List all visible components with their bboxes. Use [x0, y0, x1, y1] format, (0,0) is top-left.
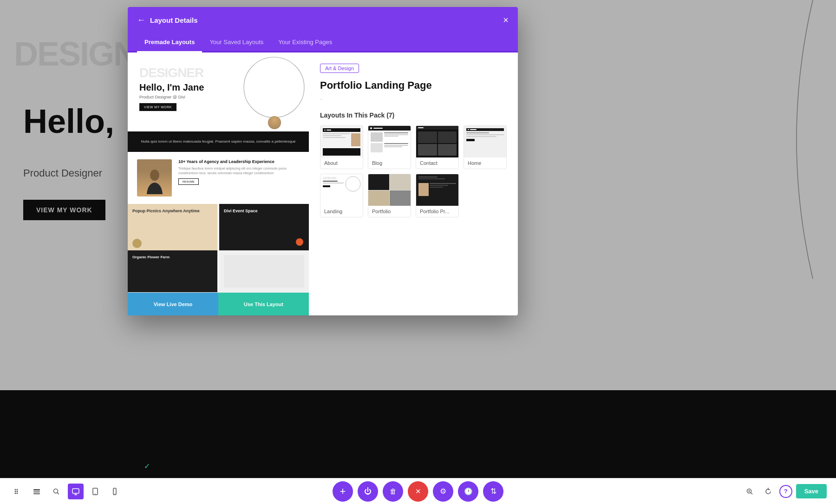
power-btn[interactable]: ⏻	[358, 481, 378, 502]
refresh-icon	[764, 488, 772, 495]
use-this-layout-btn[interactable]: Use This Layout	[218, 293, 309, 315]
toolbar-left	[9, 484, 123, 499]
tablet-btn[interactable]	[87, 484, 103, 499]
thumbnail-landing-img: DESIGNER	[320, 174, 363, 206]
thumbnail-landing[interactable]: DESIGNER Landing	[320, 174, 363, 217]
zoom-icon-btn[interactable]	[742, 484, 757, 499]
preview-view-btn: VIEW MY WORK	[139, 103, 176, 111]
svg-point-4	[17, 489, 18, 490]
toolbar-right: ? Save	[742, 484, 827, 499]
preview-card-d-img	[224, 255, 304, 288]
toolbar-center: + ⏻ 🗑 ✕ ⚙ 🕐 ⇅	[333, 481, 503, 502]
tab-premade-layouts[interactable]: Premade Layouts	[137, 33, 202, 52]
preview-card-a-text: Popup Picnics Anywhere Anytime	[132, 209, 213, 214]
tab-saved-layouts[interactable]: Your Saved Layouts	[202, 33, 271, 52]
modal-tabs: Premade Layouts Your Saved Layouts Your …	[128, 33, 518, 52]
svg-point-20	[114, 493, 115, 494]
thumbnail-blog[interactable]: Blog	[368, 125, 411, 169]
preview-resume-btn: RESUME	[178, 178, 199, 185]
bottom-toolbar: + ⏻ 🗑 ✕ ⚙ 🕐 ⇅ ? Save	[0, 478, 836, 504]
layout-dot: ·	[320, 94, 507, 104]
phone-btn[interactable]	[107, 484, 123, 499]
layout-title: Portfolio Landing Page	[320, 79, 507, 92]
tab-existing-pages[interactable]: Your Existing Pages	[271, 33, 340, 52]
thumbnail-portfolio[interactable]: Portfolio	[368, 174, 411, 217]
layers-icon	[33, 488, 40, 495]
preview-dark-text: Nulla quis lorem ut libero malesuada feu…	[137, 139, 300, 144]
thumbnail-portfolio-pr[interactable]: Portfolio Pr...	[416, 174, 459, 217]
svg-line-22	[751, 492, 752, 494]
thumbnail-blog-label: Blog	[368, 157, 411, 169]
add-element-btn[interactable]: +	[333, 481, 353, 502]
preview-card-flower: Organic Flower Farm	[128, 250, 217, 292]
person-silhouette	[137, 159, 172, 196]
search-icon	[52, 488, 60, 495]
preview-card-b-text: Divi Event Space	[224, 209, 304, 214]
help-icon-btn[interactable]: ?	[779, 485, 792, 498]
sort-btn[interactable]: ⇅	[483, 481, 503, 502]
preview-dark-section: Nulla quis lorem ut libero malesuada feu…	[128, 131, 309, 152]
svg-point-0	[244, 57, 304, 118]
preview-card-d	[219, 250, 309, 292]
close-modal-btn[interactable]: ✕	[408, 481, 428, 502]
phone-icon	[111, 488, 118, 495]
tablet-icon	[91, 488, 99, 495]
preview-hero-section: DESIGNER Hello, I'm Jane Product Designe…	[128, 52, 309, 131]
settings-btn[interactable]: ⚙	[433, 481, 453, 502]
preview-card-b-dot	[296, 238, 303, 246]
history-btn[interactable]: 🕐	[458, 481, 478, 502]
preview-circle	[242, 55, 307, 120]
svg-rect-11	[33, 493, 40, 494]
preview-panel: DESIGNER Hello, I'm Jane Product Designe…	[128, 52, 309, 315]
modal-header: ← Layout Details ×	[128, 7, 518, 33]
svg-point-3	[15, 489, 16, 490]
view-live-demo-btn[interactable]: View Live Demo	[128, 293, 218, 315]
thumbnail-home[interactable]: Home	[464, 125, 507, 169]
delete-btn[interactable]: 🗑	[383, 481, 403, 502]
svg-point-7	[15, 492, 16, 494]
svg-rect-14	[72, 489, 79, 493]
thumbnail-contact[interactable]: Contact	[416, 125, 459, 169]
preview-section5: Organic Flower Farm	[128, 250, 309, 292]
thumbnail-landing-label: Landing	[320, 206, 363, 217]
svg-line-13	[58, 492, 59, 494]
refresh-icon-btn[interactable]	[761, 484, 776, 499]
thumbnail-about-label: About	[320, 157, 363, 169]
modal-body: DESIGNER Hello, I'm Jane Product Designe…	[128, 52, 518, 315]
search-btn[interactable]	[48, 484, 64, 499]
modal-header-left: ← Layout Details	[137, 15, 198, 25]
close-button[interactable]: ×	[503, 15, 509, 25]
svg-point-18	[95, 493, 96, 494]
svg-point-8	[17, 492, 18, 494]
thumbnail-blog-img	[368, 126, 411, 157]
save-button[interactable]: Save	[796, 484, 827, 498]
thumbnail-contact-img	[416, 126, 458, 157]
preview-section3-heading: 10+ Years of Agency and Leadership Exper…	[178, 159, 300, 164]
svg-point-12	[54, 489, 58, 493]
preview-card-event: Divi Event Space	[219, 204, 309, 250]
preview-scroll[interactable]: DESIGNER Hello, I'm Jane Product Designe…	[128, 52, 309, 315]
dots-grid-btn[interactable]	[9, 484, 25, 499]
thumbnail-about[interactable]: About	[320, 125, 363, 169]
preview-cards-row: Popup Picnics Anywhere Anytime Divi Even…	[128, 204, 309, 250]
layout-details-modal: ← Layout Details × Premade Layouts Your …	[128, 7, 518, 315]
svg-point-6	[17, 491, 18, 492]
svg-rect-10	[33, 491, 40, 492]
preview-photo	[137, 159, 172, 196]
svg-point-5	[15, 491, 16, 492]
info-panel: Art & Design Portfolio Landing Page · La…	[309, 52, 518, 315]
thumbnail-portfolio-pr-label: Portfolio Pr...	[416, 206, 458, 217]
thumbnail-contact-label: Contact	[416, 157, 458, 169]
layers-btn[interactable]	[29, 484, 45, 499]
preview-avatar	[268, 116, 281, 129]
svg-rect-9	[33, 489, 40, 491]
thumbnail-portfolio-img	[368, 174, 411, 206]
monitor-btn[interactable]	[68, 484, 84, 499]
back-button[interactable]: ←	[137, 15, 145, 25]
person-figure	[143, 169, 166, 196]
preview-card-popup: Popup Picnics Anywhere Anytime	[128, 204, 217, 250]
svg-point-1	[150, 170, 159, 181]
svg-point-2	[346, 177, 360, 191]
dots-grid-icon	[13, 488, 21, 495]
preview-footer-bar: View Live Demo Use This Layout	[128, 292, 309, 315]
